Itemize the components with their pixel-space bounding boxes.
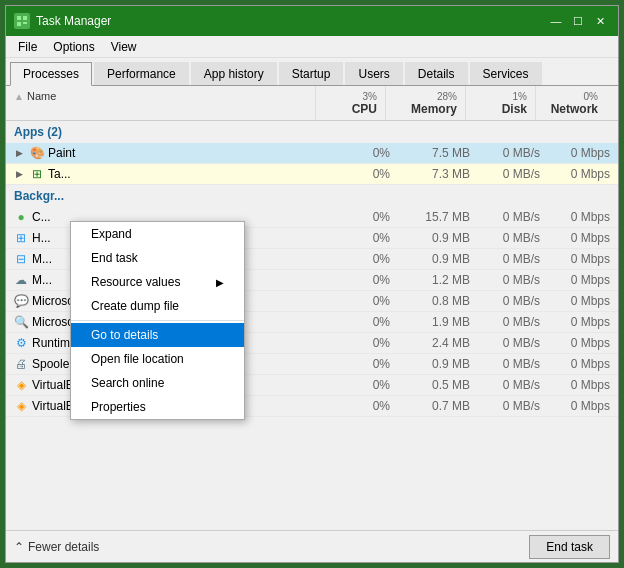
menu-bar: File Options View <box>6 36 618 58</box>
cell-network: 0 Mbps <box>548 312 618 332</box>
app-icon-vbox1: ◈ <box>14 378 28 392</box>
cell-memory: 0.9 MB <box>398 228 478 248</box>
context-menu: Expand End task Resource values ▶ Create… <box>70 221 245 420</box>
cell-network: 0 Mbps <box>548 396 618 416</box>
ctx-end-task[interactable]: End task <box>71 246 244 270</box>
svg-rect-1 <box>23 16 27 20</box>
app-icon <box>14 13 30 29</box>
cell-network: 0 Mbps <box>548 270 618 290</box>
close-button[interactable]: ✕ <box>590 12 610 30</box>
ctx-expand[interactable]: Expand <box>71 222 244 246</box>
tab-app-history[interactable]: App history <box>191 62 277 85</box>
col-network[interactable]: 0% Network <box>536 86 606 120</box>
section-background: Backgr... <box>6 185 618 207</box>
cell-disk: 0 MB/s <box>478 312 548 332</box>
cell-cpu: 0% <box>328 207 398 227</box>
col-disk-label: Disk <box>474 102 527 116</box>
cell-disk: 0 MB/s <box>478 228 548 248</box>
app-icon-task: ⊞ <box>30 167 44 181</box>
menu-file[interactable]: File <box>10 38 45 56</box>
app-icon-search: 🔍 <box>14 315 28 329</box>
table-row[interactable]: ▶ 🎨 Paint 0% 7.5 MB 0 MB/s 0 Mbps <box>6 143 618 164</box>
ctx-arrow-icon: ▶ <box>216 277 224 288</box>
app-icon-runtime: ⚙ <box>14 336 28 350</box>
cell-disk: 0 MB/s <box>478 396 548 416</box>
app-icon-skype: 💬 <box>14 294 28 308</box>
ctx-separator <box>71 320 244 321</box>
table-header: ▲ Name 3% CPU 28% Memory 1% Disk 0% Netw… <box>6 86 618 121</box>
app-icon-m2: ☁ <box>14 273 28 287</box>
svg-rect-3 <box>23 22 27 24</box>
menu-options[interactable]: Options <box>45 38 102 56</box>
cell-network: 0 Mbps <box>548 291 618 311</box>
cell-cpu: 0% <box>328 312 398 332</box>
tab-startup[interactable]: Startup <box>279 62 344 85</box>
process-name: Paint <box>48 146 75 160</box>
fewer-details-button[interactable]: ⌃ Fewer details <box>14 540 99 554</box>
cell-disk: 0 MB/s <box>478 291 548 311</box>
app-icon-vbox2: ◈ <box>14 399 28 413</box>
app-icon-c: ● <box>14 210 28 224</box>
ctx-search-online[interactable]: Search online <box>71 371 244 395</box>
cell-disk: 0 MB/s <box>478 270 548 290</box>
cell-name: ▶ ⊞ Ta... <box>6 164 328 184</box>
cell-network: 0 Mbps <box>548 249 618 269</box>
process-name: H... <box>32 231 51 245</box>
cell-cpu: 0% <box>328 228 398 248</box>
end-task-button[interactable]: End task <box>529 535 610 559</box>
cell-network: 0 Mbps <box>548 228 618 248</box>
tab-users[interactable]: Users <box>345 62 402 85</box>
table-row[interactable]: ▶ ⊞ Ta... 0% 7.3 MB 0 MB/s 0 Mbps <box>6 164 618 185</box>
cell-cpu: 0% <box>328 143 398 163</box>
ctx-go-to-details-label: Go to details <box>91 328 158 342</box>
cell-memory: 0.9 MB <box>398 354 478 374</box>
ctx-open-file-location-label: Open file location <box>91 352 184 366</box>
col-name[interactable]: ▲ Name <box>6 86 316 120</box>
window-title: Task Manager <box>36 14 546 28</box>
cell-cpu: 0% <box>328 354 398 374</box>
col-cpu[interactable]: 3% CPU <box>316 86 386 120</box>
tab-processes[interactable]: Processes <box>10 62 92 86</box>
col-memory[interactable]: 28% Memory <box>386 86 466 120</box>
maximize-button[interactable]: ☐ <box>568 12 588 30</box>
cell-memory: 15.7 MB <box>398 207 478 227</box>
col-cpu-label: CPU <box>324 102 377 116</box>
ctx-open-file-location[interactable]: Open file location <box>71 347 244 371</box>
ctx-resource-values[interactable]: Resource values ▶ <box>71 270 244 294</box>
process-name: C... <box>32 210 51 224</box>
window-controls: — ☐ ✕ <box>546 12 610 30</box>
cell-memory: 0.7 MB <box>398 396 478 416</box>
cell-name: ▶ 🎨 Paint <box>6 143 328 163</box>
ctx-go-to-details[interactable]: Go to details <box>71 323 244 347</box>
bottom-bar: ⌃ Fewer details End task <box>6 530 618 562</box>
process-name: M... <box>32 273 52 287</box>
tab-details[interactable]: Details <box>405 62 468 85</box>
ctx-end-task-label: End task <box>91 251 138 265</box>
cell-memory: 2.4 MB <box>398 333 478 353</box>
tab-performance[interactable]: Performance <box>94 62 189 85</box>
cell-network: 0 Mbps <box>548 333 618 353</box>
cell-disk: 0 MB/s <box>478 354 548 374</box>
tab-services[interactable]: Services <box>470 62 542 85</box>
minimize-button[interactable]: — <box>546 12 566 30</box>
cell-network: 0 Mbps <box>548 354 618 374</box>
expand-arrow-icon: ▶ <box>14 148 24 158</box>
process-name: Ta... <box>48 167 71 181</box>
cell-memory: 0.8 MB <box>398 291 478 311</box>
expand-arrow-icon: ▶ <box>14 169 24 179</box>
ctx-create-dump-label: Create dump file <box>91 299 179 313</box>
cell-network: 0 Mbps <box>548 143 618 163</box>
col-disk[interactable]: 1% Disk <box>466 86 536 120</box>
app-icon-h: ⊞ <box>14 231 28 245</box>
cell-cpu: 0% <box>328 375 398 395</box>
ctx-properties[interactable]: Properties <box>71 395 244 419</box>
cell-cpu: 0% <box>328 396 398 416</box>
ctx-create-dump[interactable]: Create dump file <box>71 294 244 318</box>
cell-memory: 7.5 MB <box>398 143 478 163</box>
fewer-details-label: Fewer details <box>28 540 99 554</box>
svg-rect-0 <box>17 16 21 20</box>
app-icon-spooler: 🖨 <box>14 357 28 371</box>
cell-network: 0 Mbps <box>548 207 618 227</box>
cell-memory: 1.2 MB <box>398 270 478 290</box>
menu-view[interactable]: View <box>103 38 145 56</box>
